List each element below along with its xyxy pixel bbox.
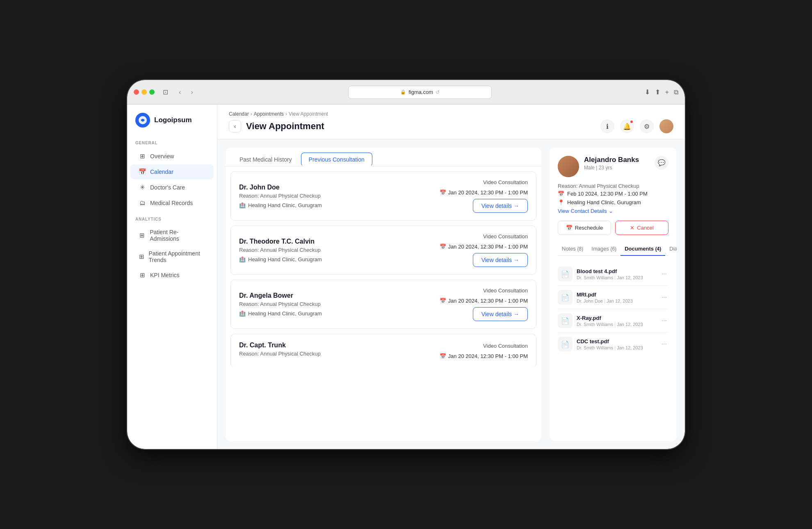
tab-past-medical-history[interactable]: Past Medical History [232,153,299,166]
back-button[interactable]: ‹ [229,120,241,132]
patient-header: Alejandro Banks Male | 23 yrs 💬 [558,156,668,177]
doc-menu-button-2[interactable]: ··· [660,315,668,326]
card-location: 🏥 Healing Hand Clinic, Gurugram [239,310,322,317]
doc-icon: 📄 [558,337,573,351]
sidebar-item-label: Medical Records [150,200,193,206]
consult-date: 📅 Jan 20 2024, 12:30 PM - 1:00 PM [440,353,528,359]
info-button[interactable]: ℹ [600,119,614,133]
avatar-image [659,119,673,133]
doctor-name: Dr. Angela Bower [239,292,322,299]
view-details-button-1[interactable]: View details → [473,253,528,267]
chat-button[interactable]: 💬 [655,156,668,170]
overview-icon: ⊞ [139,153,146,160]
view-contact-link[interactable]: View Contact Details ⌄ [558,208,668,214]
card-reason: Reason: Annual Physical Checkup [239,247,322,253]
sidebar-item-kpi-metrics[interactable]: ⊞ KPI Metrics [130,268,214,283]
back-browser-button[interactable]: ‹ [176,87,183,98]
download-icon[interactable]: ⬇ [645,88,650,96]
calendar-icon-small: 📅 [440,189,446,196]
sidebar-toggle-button[interactable]: ⊡ [160,87,171,98]
sidebar-item-label: KPI Metrics [150,272,180,278]
close-window-button[interactable] [134,89,139,95]
card-reason: Reason: Annual Physical Checkup [239,193,322,199]
sidebar-item-patient-appointment-trends[interactable]: ⊞ Patient Appointment Trends [130,246,214,267]
forward-browser-button[interactable]: › [188,87,195,98]
page-title: View Appointment [246,121,324,132]
sidebar-item-label: Calendar [150,169,173,175]
view-details-button-0[interactable]: View details → [473,199,528,213]
analytics-section-label: ANALYTICS [127,217,217,225]
sidebar-item-patient-readmissions[interactable]: ⊞ Patient Re-Admissions [130,225,214,246]
location-text: Healing Hand Clinic, Gurugram [248,310,322,317]
consult-date: 📅 Jan 20 2024, 12:30 PM - 1:00 PM [440,244,528,250]
page-header: Calendar › Appointments › View Appointme… [217,105,685,139]
clinic-row: 📍 Healing Hand Clinic, Gurugram [558,199,668,205]
center-panel: Past Medical History Previous Consultati… [226,148,541,441]
consult-date: 📅 Jan 20 2024, 12:30 PM - 1:00 PM [440,298,528,304]
tab-documents[interactable]: Documents (4) [620,242,665,256]
doc-menu-button-1[interactable]: ··· [660,292,668,303]
sidebar-item-doctors-care[interactable]: ✳ Doctor's Care [130,180,214,195]
maximize-window-button[interactable] [149,89,155,95]
lock-icon: 🔒 [400,89,406,95]
minimize-window-button[interactable] [141,89,147,95]
doc-name: MRI.pdf [577,292,656,298]
share-icon[interactable]: ⬆ [655,88,660,96]
location-detail-icon: 📍 [558,199,564,205]
logo-area: Logoipsum [127,113,217,137]
doc-icon: 📄 [558,267,573,281]
calendar-icon-small: 📅 [440,298,446,304]
sidebar-item-medical-records[interactable]: 🗂 Medical Records [130,196,214,210]
doc-info: X-Ray.pdf Dr. Smith Williams | Jan 12, 2… [577,315,656,327]
notifications-button[interactable]: 🔔 [620,119,634,133]
breadcrumb-appointments[interactable]: Appointments [254,111,284,117]
appointment-date-text: Feb 10 2024, 12:30 PM - 1:00 PM [567,191,648,197]
patient-name: Alejandro Banks [584,156,650,164]
kpi-icon: ⊞ [139,271,146,279]
location-icon: 🏥 [239,310,246,317]
chat-icon: 💬 [658,159,666,166]
sidebar-item-label: Doctor's Care [150,184,185,191]
reload-icon: ↺ [436,89,440,95]
user-avatar[interactable] [659,119,673,133]
breadcrumb: Calendar › Appointments › View Appointme… [229,111,673,117]
tab-images[interactable]: Images (6) [587,242,620,256]
documents-list: 📄 Blood test 4.pdf Dr. Smith Williams | … [558,262,668,356]
logo-text: Logoipsum [154,116,192,124]
breadcrumb-view-appointment: View Appointment [289,111,328,117]
card-left: Dr. Theodore T.C. Calvin Reason: Annual … [239,238,322,262]
device-frame: ⊡ ‹ › 🔒 figma.com ↺ ⬇ ⬆ + ⧉ [127,80,685,449]
address-bar[interactable]: 🔒 figma.com ↺ [348,86,492,99]
doc-name: CDC test.pdf [577,338,656,344]
sidebar-item-calendar[interactable]: 📅 Calendar [130,164,214,179]
new-tab-icon[interactable]: + [665,89,669,96]
doc-info: Blood test 4.pdf Dr. Smith Williams | Ja… [577,268,656,280]
document-item: 📄 Blood test 4.pdf Dr. Smith Williams | … [558,262,668,286]
card-right: Video Consultation 📅 Jan 20 2024, 12:30 … [440,287,528,321]
settings-button[interactable]: ⚙ [640,119,654,133]
reason-row: Reason: Annual Physical Checkup [558,183,668,189]
doc-menu-button-3[interactable]: ··· [660,339,668,349]
sidebar-item-overview[interactable]: ⊞ Overview [130,149,214,164]
sidebar-item-label: Patient Re-Admissions [150,229,205,242]
cancel-button[interactable]: ✕ Cancel [615,221,668,235]
document-item: 📄 CDC test.pdf Dr. Smith Williams | Jan … [558,333,668,356]
tab-notes[interactable]: Notes (8) [558,242,587,256]
tab-overview-icon[interactable]: ⧉ [674,89,678,96]
view-contact-label: View Contact Details [558,208,607,214]
card-left: Dr. Capt. Trunk Reason: Annual Physical … [239,342,321,360]
tab-diagnostics[interactable]: Diagnostics (6) [665,242,677,256]
doc-menu-button-0[interactable]: ··· [660,269,668,279]
detail-tabs: Notes (8) Images (6) Documents (4) [558,242,668,256]
tab-previous-consultation[interactable]: Previous Consultation [301,153,372,166]
view-details-button-2[interactable]: View details → [473,307,528,321]
doc-icon: 📄 [558,290,573,305]
bell-icon: 🔔 [623,123,631,130]
breadcrumb-calendar[interactable]: Calendar [229,111,249,117]
consult-type: Video Consultation [483,233,528,239]
browser-chrome: ⊡ ‹ › 🔒 figma.com ↺ ⬇ ⬆ + ⧉ [127,80,685,105]
card-left: Dr. Angela Bower Reason: Annual Physical… [239,292,322,317]
reschedule-button[interactable]: 📅 Reschedule [558,221,611,235]
medical-records-icon: 🗂 [139,199,146,206]
location-text: Healing Hand Clinic, Gurugram [248,256,322,262]
